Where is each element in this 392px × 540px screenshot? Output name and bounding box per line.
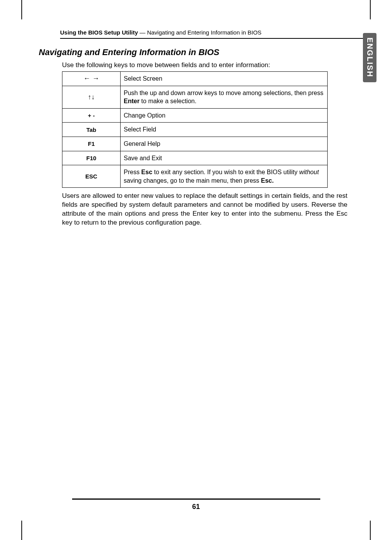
desc-italic: without <box>299 169 319 175</box>
key-label: Tab <box>86 126 97 133</box>
key-label: F1 <box>88 140 95 147</box>
desc-cell: Save and Exit <box>121 151 328 165</box>
page-footer: 61 <box>0 498 392 511</box>
desc-cell: General Help <box>121 137 328 151</box>
desc-text: Select Field <box>124 126 156 133</box>
table-row: F1 General Help <box>62 137 328 151</box>
page-header: Using the BIOS Setup Utility — Navigatin… <box>60 29 371 39</box>
key-cell: ← → <box>62 72 121 86</box>
left-right-arrow-icon: ← → <box>83 74 99 82</box>
table-row: ↑↓ Push the up and down arrow keys to mo… <box>62 86 328 108</box>
desc-cell: Change Option <box>121 108 328 123</box>
desc-text: Push the up and down arrow keys to move … <box>124 90 323 96</box>
table-row: ESC Press Esc to exit any section. If yo… <box>62 165 328 188</box>
table-row: Tab Select Field <box>62 123 328 137</box>
plus-minus-icon: + - <box>88 112 95 119</box>
desc-text: General Help <box>124 140 160 147</box>
desc-cell: Push the up and down arrow keys to move … <box>121 86 328 108</box>
key-cell: ↑↓ <box>62 86 121 108</box>
footer-divider <box>72 498 320 500</box>
up-down-arrow-icon: ↑↓ <box>88 93 95 101</box>
desc-cell: Select Screen <box>121 72 328 86</box>
key-label: F10 <box>86 155 97 161</box>
table-row: F10 Save and Exit <box>62 151 328 165</box>
desc-text: Select Screen <box>124 75 162 82</box>
desc-bold: Esc <box>141 169 152 175</box>
key-cell: ESC <box>62 165 121 188</box>
page-number: 61 <box>0 503 392 511</box>
desc-cell: Select Field <box>121 123 328 137</box>
key-label: ESC <box>85 173 97 180</box>
intro-text: Use the following keys to move between f… <box>62 61 347 69</box>
desc-cell: Press Esc to exit any section. If you wi… <box>121 165 328 188</box>
desc-text: Press <box>124 169 141 175</box>
content-area: Navigating and Entering Information in B… <box>39 47 347 227</box>
header-normal: — Navigating and Entering Information in… <box>138 29 262 36</box>
desc-text: saving changes, go to the main menu, the… <box>124 177 261 184</box>
desc-bold: Esc. <box>261 177 274 184</box>
key-cell: + - <box>62 108 121 123</box>
key-cell: F10 <box>62 151 121 165</box>
desc-text: to make a selection. <box>140 98 197 104</box>
table-row: + - Change Option <box>62 108 328 123</box>
desc-text: Change Option <box>124 112 166 119</box>
key-table: ← → Select Screen ↑↓ Push the up and dow… <box>62 71 328 188</box>
body-paragraph: Users are allowed to enter new values to… <box>62 192 347 227</box>
header-bold: Using the BIOS Setup Utility <box>60 29 138 36</box>
page-container: Using the BIOS Setup Utility — Navigatin… <box>0 0 392 239</box>
key-cell: Tab <box>62 123 121 137</box>
crop-mark <box>370 521 371 540</box>
desc-text: Save and Exit <box>124 155 162 161</box>
desc-text: to exit any section. If you wish to exit… <box>152 169 299 175</box>
key-cell: F1 <box>62 137 121 151</box>
table-row: ← → Select Screen <box>62 72 328 86</box>
desc-bold: Enter <box>124 98 140 104</box>
language-tab: ENGLISH <box>363 33 376 82</box>
section-title: Navigating and Entering Information in B… <box>39 47 347 57</box>
crop-mark <box>21 521 22 540</box>
